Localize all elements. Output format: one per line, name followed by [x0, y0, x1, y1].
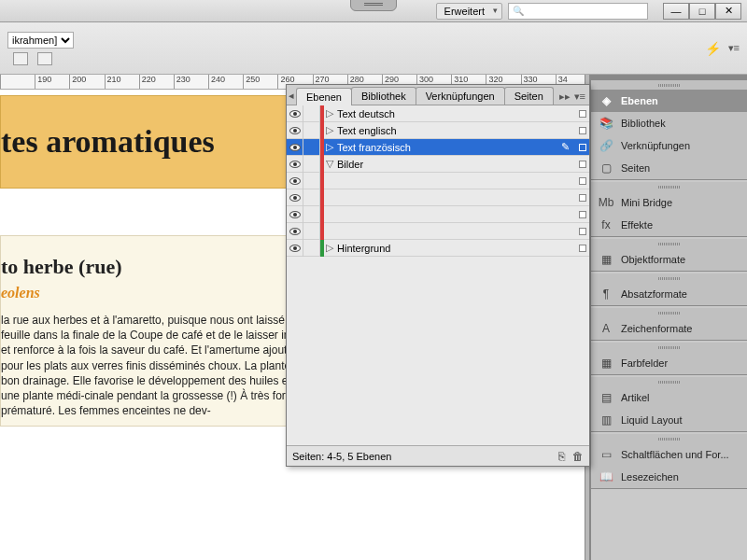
lock-cell[interactable]: [303, 173, 320, 189]
bolt-icon[interactable]: ⚡: [705, 41, 721, 56]
panel-button-liquid-layout[interactable]: ▥Liquid Layout: [591, 409, 747, 431]
layer-row[interactable]: ▷Hintergrund: [287, 240, 589, 257]
collapse-icon[interactable]: ◂: [287, 86, 296, 105]
lock-cell[interactable]: [303, 189, 320, 206]
lock-cell[interactable]: [303, 122, 320, 139]
objektformate-icon: ▦: [599, 253, 613, 266]
layer-color: [320, 206, 324, 223]
app-grip[interactable]: [350, 0, 397, 11]
panel-label: Objektformate: [621, 254, 685, 265]
panel-button-zeichenformate[interactable]: AZeichenformate: [591, 317, 747, 340]
panel-label: Artikel: [621, 392, 650, 403]
visibility-icon[interactable]: [287, 223, 303, 240]
panel-button-ebenen[interactable]: ◈Ebenen: [591, 90, 747, 112]
panel-label: Ebenen: [621, 95, 658, 106]
layer-color: [320, 173, 324, 189]
visibility-icon[interactable]: [287, 156, 303, 173]
toggle-icon[interactable]: ▷: [324, 124, 335, 136]
layer-name: Bilder: [335, 159, 576, 170]
target-box[interactable]: [576, 110, 589, 118]
visibility-icon[interactable]: [287, 189, 303, 206]
panel-label: Liquid Layout: [621, 414, 682, 426]
lock-cell[interactable]: [303, 206, 320, 223]
panel-button-lesezeichen[interactable]: 📖Lesezeichen: [591, 466, 747, 488]
panel-button-farbfelder[interactable]: ▦Farbfelder: [591, 352, 747, 374]
lock-cell[interactable]: [303, 240, 320, 257]
target-box[interactable]: [576, 127, 589, 134]
toggle-icon[interactable]: ▷: [324, 242, 335, 254]
panel-button-schaltfl-chen-und-for-[interactable]: ▭Schaltflächen und For...: [591, 443, 747, 466]
panel-label: Lesezeichen: [621, 471, 679, 483]
mini bridge-icon: Mb: [599, 196, 613, 209]
panel-button-verkn-pfungen[interactable]: 🔗Verknüpfungen: [591, 134, 747, 157]
toggle-icon[interactable]: ▷: [324, 141, 335, 153]
farbfelder-icon: ▦: [599, 357, 613, 370]
layer-row[interactable]: ▷Text französisch✎: [287, 139, 589, 156]
tool-icon-2[interactable]: [37, 52, 52, 65]
target-box[interactable]: [576, 194, 589, 202]
tab-bibliothek[interactable]: Bibliothek: [351, 87, 416, 105]
panel-label: Mini Bridge: [621, 197, 672, 208]
panel-button-seiten[interactable]: ▢Seiten: [591, 157, 747, 179]
panel-label: Farbfelder: [621, 357, 668, 369]
panel-label: Bibliothek: [621, 118, 666, 129]
lock-cell[interactable]: [303, 223, 320, 240]
maximize-button[interactable]: □: [689, 3, 715, 20]
layer-color: [320, 189, 324, 206]
lock-cell[interactable]: [303, 139, 320, 156]
layer-row[interactable]: [287, 189, 589, 206]
panel-button-absatzformate[interactable]: ¶Absatzformate: [591, 283, 747, 305]
pen-icon: ✎: [561, 141, 576, 153]
target-box[interactable]: [576, 245, 589, 252]
panel-menu-icon[interactable]: ▾≡: [574, 91, 585, 103]
new-layer-icon[interactable]: ⎘: [558, 450, 565, 463]
target-box[interactable]: [576, 144, 589, 151]
tool-icon-1[interactable]: [13, 52, 28, 65]
target-box[interactable]: [576, 177, 589, 185]
tab-seiten[interactable]: Seiten: [504, 87, 554, 105]
layer-row[interactable]: [287, 223, 589, 240]
layer-row[interactable]: ▷Text deutsch: [287, 105, 589, 122]
frame-select[interactable]: ikrahmen]: [7, 32, 74, 49]
visibility-icon[interactable]: [287, 122, 303, 139]
panel-button-mini-bridge[interactable]: MbMini Bridge: [591, 191, 747, 214]
layers-panel: ◂ Ebenen Bibliothek Verknüpfungen Seiten…: [286, 84, 590, 467]
layer-row[interactable]: ▷Text englisch: [287, 122, 589, 139]
visibility-icon[interactable]: [287, 173, 303, 189]
lock-cell[interactable]: [303, 105, 320, 122]
toggle-icon[interactable]: ▽: [324, 158, 335, 170]
delete-layer-icon[interactable]: 🗑: [572, 450, 584, 463]
visibility-icon[interactable]: [287, 105, 303, 122]
visibility-icon[interactable]: [287, 240, 303, 257]
target-box[interactable]: [576, 161, 589, 168]
toggle-icon[interactable]: ▷: [324, 107, 335, 119]
layer-row[interactable]: [287, 206, 589, 223]
panel-button-bibliothek[interactable]: 📚Bibliothek: [591, 112, 747, 134]
visibility-icon[interactable]: [287, 139, 303, 156]
panel-label: Effekte: [621, 219, 653, 231]
lock-cell[interactable]: [303, 156, 320, 173]
layer-row[interactable]: [287, 173, 589, 189]
layer-color: [320, 223, 324, 240]
absatzformate-icon: ¶: [599, 287, 613, 301]
panel-button-artikel[interactable]: ▤Artikel: [591, 386, 747, 409]
tab-verknuepfungen[interactable]: Verknüpfungen: [416, 87, 505, 105]
panel-button-effekte[interactable]: fxEffekte: [591, 214, 747, 236]
tab-ebenen[interactable]: Ebenen: [296, 88, 352, 105]
target-box[interactable]: [576, 211, 589, 218]
lesezeichen-icon: 📖: [599, 470, 613, 483]
expand-icon[interactable]: ▸▸: [559, 91, 571, 103]
menu-icon[interactable]: ▾≡: [728, 42, 740, 54]
workspace-dropdown[interactable]: Erweitert: [436, 3, 502, 20]
bibliothek-icon: 📚: [599, 117, 613, 130]
search-input[interactable]: [508, 3, 648, 20]
right-dock: ◈Ebenen📚Bibliothek🔗Verknüpfungen▢SeitenM…: [590, 75, 747, 560]
layer-row[interactable]: ▽Bilder: [287, 156, 589, 173]
visibility-icon[interactable]: [287, 206, 303, 223]
close-button[interactable]: ✕: [715, 3, 741, 20]
zeichenformate-icon: A: [599, 322, 613, 335]
ebenen-icon: ◈: [599, 94, 613, 107]
minimize-button[interactable]: —: [663, 3, 689, 20]
target-box[interactable]: [576, 228, 589, 235]
panel-button-objektformate[interactable]: ▦Objektformate: [591, 248, 747, 271]
